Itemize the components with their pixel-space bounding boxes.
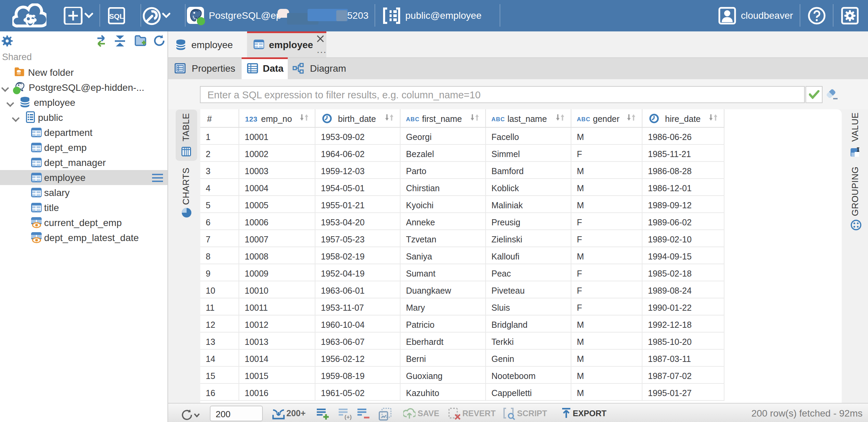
svg-text:SQL: SQL xyxy=(109,12,124,20)
svg-text:(+): (+) xyxy=(344,414,352,420)
